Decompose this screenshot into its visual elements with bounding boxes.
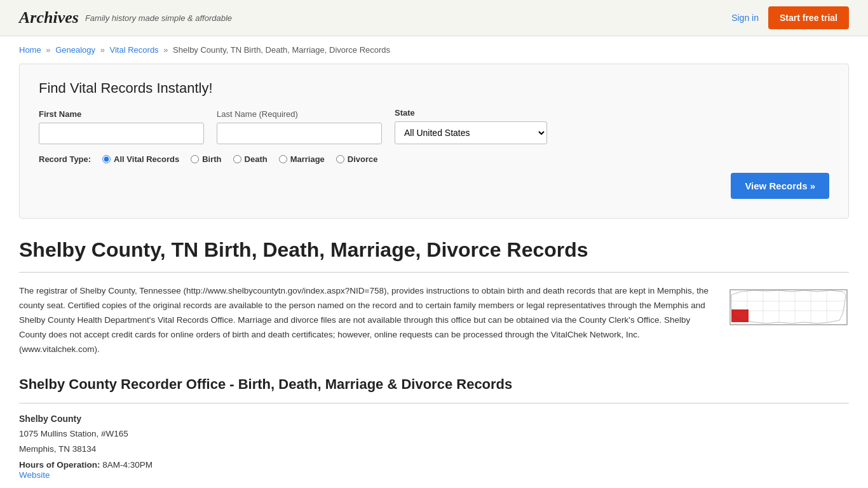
recorder-title: Shelby County Recorder Office - Birth, D… [19, 376, 849, 393]
office-address-line2: Memphis, TN 38134 [19, 444, 96, 454]
search-bottom: View Records [39, 164, 829, 199]
breadcrumb-vital-records[interactable]: Vital Records [110, 45, 159, 55]
last-name-label: Last Name (Required) [217, 109, 382, 119]
last-name-field-group: Last Name (Required) [217, 109, 382, 144]
radio-all-vital-records-label: All Vital Records [114, 154, 179, 164]
sign-in-link[interactable]: Sign in [731, 13, 759, 23]
svg-rect-9 [731, 309, 749, 322]
record-type-label: Record Type: [39, 154, 91, 164]
radio-birth-label: Birth [202, 154, 221, 164]
main-content: Shelby County, TN Birth, Death, Marriage… [0, 231, 868, 488]
radio-all-vital-records-input[interactable] [102, 155, 111, 163]
start-trial-button[interactable]: Start free trial [768, 6, 849, 29]
breadcrumb-separator-3: » [163, 45, 168, 55]
state-field-group: State All United StatesAlabamaAlaskaAriz… [395, 108, 547, 144]
radio-all-vital-records[interactable]: All Vital Records [102, 154, 179, 164]
breadcrumb-current: Shelby County, TN Birth, Death, Marriage… [173, 45, 390, 55]
breadcrumb-home[interactable]: Home [19, 45, 41, 55]
radio-death[interactable]: Death [233, 154, 268, 164]
tennessee-map-svg [728, 285, 849, 333]
radio-marriage[interactable]: Marriage [279, 154, 325, 164]
description-text: The registrar of Shelby County, Tennesse… [19, 284, 715, 357]
breadcrumb-genealogy[interactable]: Genealogy [55, 45, 95, 55]
radio-divorce-input[interactable] [336, 155, 344, 163]
breadcrumb-separator-1: » [46, 45, 50, 55]
search-fields: First Name Last Name (Required) State Al… [39, 108, 829, 144]
office-name: Shelby County [19, 414, 849, 424]
first-name-label: First Name [39, 109, 204, 119]
title-divider [19, 272, 849, 273]
tagline: Family history made simple & affordable [85, 13, 232, 23]
radio-death-input[interactable] [233, 155, 241, 163]
hours-label: Hours of Operation: [19, 460, 100, 470]
office-address-line1: 1075 Mullins Station, #W165 [19, 429, 128, 438]
radio-divorce-label: Divorce [348, 154, 378, 164]
radio-divorce[interactable]: Divorce [336, 154, 378, 164]
description-section: The registrar of Shelby County, Tennesse… [19, 284, 849, 357]
first-name-field-group: First Name [39, 109, 204, 144]
website-link[interactable]: Website [19, 470, 50, 480]
radio-marriage-label: Marriage [290, 154, 325, 164]
state-select[interactable]: All United StatesAlabamaAlaskaArizonaArk… [395, 121, 547, 144]
radio-marriage-input[interactable] [279, 155, 287, 163]
hours-value: 8AM-4:30PM [102, 460, 153, 470]
page-title: Shelby County, TN Birth, Death, Marriage… [19, 238, 849, 262]
last-name-input[interactable] [217, 123, 382, 144]
recorder-divider [19, 403, 849, 403]
office-address: 1075 Mullins Station, #W165 Memphis, TN … [19, 426, 849, 458]
recorder-section: Shelby County Recorder Office - Birth, D… [19, 376, 849, 480]
search-box: Find Vital Records Instantly! First Name… [19, 64, 849, 219]
office-hours: Hours of Operation: 8AM-4:30PM [19, 460, 849, 470]
header-nav: Sign in Start free trial [731, 6, 849, 29]
tn-map [728, 285, 849, 333]
search-title: Find Vital Records Instantly! [39, 80, 829, 97]
header: Archives Family history made simple & af… [0, 0, 868, 36]
record-type-row: Record Type: All Vital Records Birth Dea… [39, 154, 829, 164]
view-records-button[interactable]: View Records [731, 173, 829, 199]
first-name-input[interactable] [39, 123, 204, 144]
radio-birth-input[interactable] [191, 155, 199, 163]
radio-death-label: Death [245, 154, 268, 164]
state-label: State [395, 108, 547, 118]
header-left: Archives Family history made simple & af… [19, 8, 232, 27]
archives-logo: Archives [19, 8, 79, 27]
radio-birth[interactable]: Birth [191, 154, 221, 164]
last-name-required: (Required) [259, 109, 298, 119]
breadcrumb-separator-2: » [100, 45, 105, 55]
breadcrumb: Home » Genealogy » Vital Records » Shelb… [0, 36, 868, 64]
